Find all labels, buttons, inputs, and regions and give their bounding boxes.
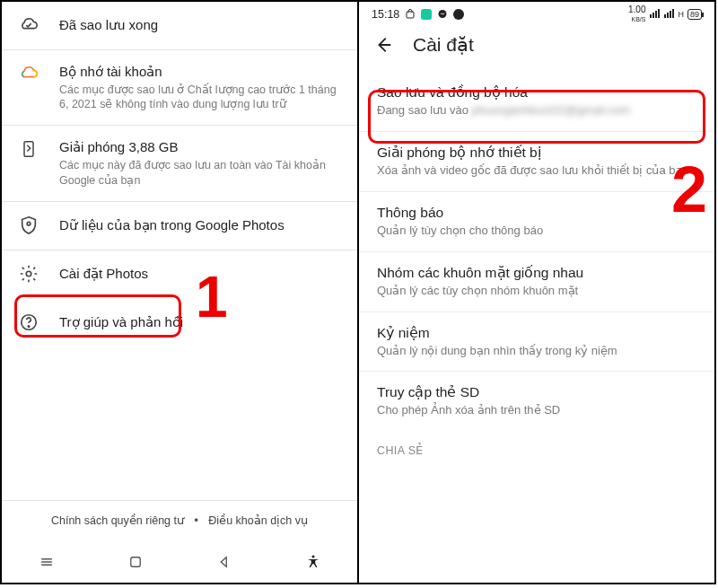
row-account-storage[interactable]: Bộ nhớ tài khoản Các mục được sao lưu ở …	[2, 50, 357, 126]
memories-sub: Quản lý nội dung bạn nhìn thấy trong kỷ …	[377, 344, 696, 359]
shop-icon	[405, 9, 416, 20]
backup-done-label: Đã sao lưu xong	[59, 14, 343, 34]
footer-links: Chính sách quyền riêng tư • Điều khoản d…	[2, 500, 357, 540]
free-up-title: Giải phóng 3,88 GB	[59, 138, 343, 156]
signal2-icon	[663, 8, 674, 21]
row-notifications[interactable]: Thông báo Quản lý tùy chọn cho thông báo	[359, 192, 714, 252]
google-cloud-icon	[18, 63, 39, 84]
notif-sub: Quản lý tùy chọn cho thông báo	[377, 224, 696, 239]
network-type: H	[678, 10, 684, 19]
row-backup-sync[interactable]: Sao lưu và đồng bộ hóa Đang sao lưu vào …	[359, 72, 714, 132]
free-device-sub: Xóa ảnh và video gốc đã được sao lưu khỏ…	[377, 163, 696, 179]
right-screenshot: 15:18 1.00 KB/S H 89 Cài đặt Sao lưu	[357, 0, 716, 584]
svg-rect-5	[130, 557, 140, 567]
free-device-title: Giải phóng bộ nhớ thiết bị	[377, 145, 696, 161]
faces-title: Nhóm các khuôn mặt giống nhau	[377, 265, 696, 281]
phone-storage-icon	[18, 138, 39, 160]
row-free-up[interactable]: Giải phóng 3,88 GB Các mục này đã được s…	[2, 126, 357, 201]
storage-title: Bộ nhớ tài khoản	[59, 63, 343, 81]
left-screenshot: Đã sao lưu xong Bộ nhớ tài khoản Các mục…	[0, 0, 359, 584]
sd-sub: Cho phép Ảnh xóa ảnh trên thẻ SD	[377, 403, 696, 418]
backup-sub: Đang sao lưu vào phuonganhbui102@gmail.c…	[377, 103, 696, 118]
battery-icon: 89	[687, 9, 702, 20]
nav-home-icon[interactable]	[126, 552, 145, 572]
settings-header: Cài đặt	[359, 25, 714, 72]
notif-dot-icon	[453, 9, 464, 20]
net-speed-unit: KB/S	[632, 16, 646, 22]
android-navbar	[2, 541, 357, 583]
nav-recent-icon[interactable]	[37, 552, 57, 572]
backup-title: Sao lưu và đồng bộ hóa	[377, 84, 696, 101]
row-memories[interactable]: Kỷ niệm Quản lý nội dung bạn nhìn thấy t…	[359, 312, 714, 373]
row-face-groups[interactable]: Nhóm các khuôn mặt giống nhau Quản lý cá…	[359, 252, 714, 312]
storage-sub: Các mục được sao lưu ở Chất lượng cao tr…	[59, 83, 343, 113]
back-button[interactable]	[372, 35, 395, 55]
notif-title: Thông báo	[377, 205, 696, 221]
svg-point-2	[26, 271, 31, 276]
svg-point-1	[27, 222, 31, 225]
svg-rect-7	[407, 12, 414, 18]
memories-title: Kỷ niệm	[377, 325, 696, 341]
settings-title: Cài đặt	[413, 34, 474, 56]
dot-separator: •	[194, 514, 197, 527]
cloud-check-icon	[18, 14, 39, 36]
nav-back-icon[interactable]	[215, 552, 234, 572]
terms-link[interactable]: Điều khoản dịch vụ	[208, 514, 308, 527]
row-photos-settings[interactable]: Cài đặt Photos	[2, 250, 357, 299]
free-up-sub: Các mục này đã được sao lưu an toàn vào …	[59, 158, 343, 189]
row-help[interactable]: Trợ giúp và phản hồi	[2, 299, 357, 347]
faces-sub: Quản lý các tùy chọn nhóm khuôn mặt	[377, 284, 696, 299]
nav-accessibility-icon[interactable]	[303, 552, 323, 572]
row-sd-access[interactable]: Truy cập thẻ SD Cho phép Ảnh xóa ảnh trê…	[359, 372, 714, 431]
svg-point-6	[311, 556, 314, 558]
messenger-icon	[437, 9, 448, 20]
status-time: 15:18	[372, 8, 399, 21]
privacy-link[interactable]: Chính sách quyền riêng tư	[51, 514, 184, 527]
sd-title: Truy cập thẻ SD	[377, 384, 696, 400]
your-data-label: Dữ liệu của bạn trong Google Photos	[59, 215, 343, 234]
help-label: Trợ giúp và phản hồi	[59, 312, 343, 331]
help-icon	[18, 312, 39, 333]
row-free-device[interactable]: Giải phóng bộ nhớ thiết bị Xóa ảnh và vi…	[359, 132, 714, 192]
photos-settings-label: Cài đặt Photos	[59, 263, 343, 283]
row-your-data[interactable]: Dữ liệu của bạn trong Google Photos	[2, 202, 357, 250]
gear-icon	[18, 263, 39, 285]
svg-point-4	[28, 325, 29, 326]
signal-icon	[649, 8, 660, 21]
shield-icon	[18, 215, 39, 236]
net-speed: 1.00	[628, 4, 645, 14]
share-section-label: CHIA SẺ	[359, 431, 714, 457]
app-badge-icon	[421, 9, 432, 20]
status-bar: 15:18 1.00 KB/S H 89	[359, 2, 714, 25]
row-backup-done[interactable]: Đã sao lưu xong	[2, 2, 357, 50]
